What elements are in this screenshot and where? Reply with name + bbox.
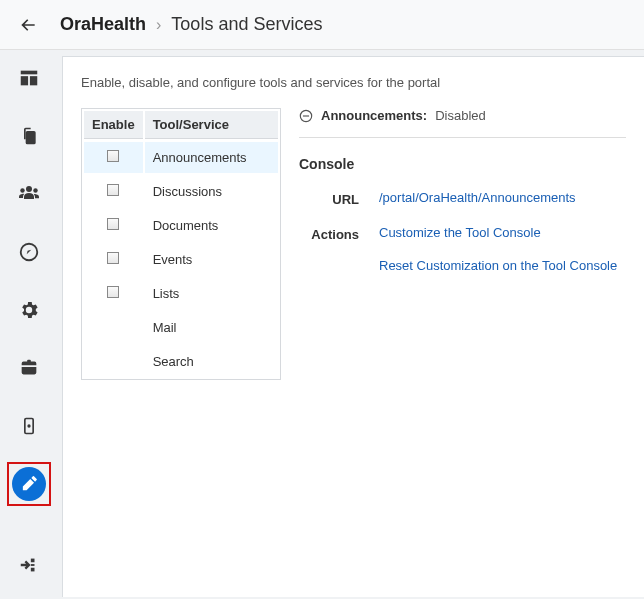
enable-checkbox[interactable] bbox=[107, 150, 119, 162]
table-row[interactable]: Announcements bbox=[84, 141, 278, 173]
breadcrumb-separator-icon: › bbox=[156, 16, 161, 34]
table-row[interactable]: Documents bbox=[84, 209, 278, 241]
back-arrow-icon[interactable] bbox=[18, 15, 38, 35]
detail-title: Announcements bbox=[321, 108, 427, 123]
svg-rect-11 bbox=[31, 568, 35, 572]
rail-tools-icon[interactable] bbox=[15, 470, 43, 498]
svg-point-3 bbox=[26, 186, 32, 192]
rail-people-icon[interactable] bbox=[15, 180, 43, 208]
collapse-icon[interactable] bbox=[299, 109, 313, 123]
enable-checkbox[interactable] bbox=[107, 286, 119, 298]
enable-checkbox[interactable] bbox=[107, 184, 119, 196]
service-label: Events bbox=[145, 243, 278, 275]
svg-rect-1 bbox=[21, 76, 28, 85]
service-label: Mail bbox=[145, 311, 278, 343]
rail-copy-icon[interactable] bbox=[15, 122, 43, 150]
service-label: Documents bbox=[145, 209, 278, 241]
breadcrumb-portal[interactable]: OraHealth bbox=[60, 14, 146, 35]
tools-table: Enable Tool/Service AnnouncementsDiscuss… bbox=[81, 108, 281, 380]
svg-point-5 bbox=[33, 188, 37, 192]
action-customize-link[interactable]: Customize the Tool Console bbox=[379, 225, 617, 240]
col-enable: Enable bbox=[84, 111, 143, 139]
table-row[interactable]: Events bbox=[84, 243, 278, 275]
svg-point-9 bbox=[27, 424, 30, 427]
intro-text: Enable, disable, and configure tools and… bbox=[81, 75, 626, 90]
svg-rect-12 bbox=[31, 564, 35, 566]
svg-rect-10 bbox=[31, 559, 35, 563]
svg-rect-0 bbox=[21, 71, 38, 75]
enable-checkbox[interactable] bbox=[107, 252, 119, 264]
svg-marker-7 bbox=[27, 250, 32, 255]
table-row[interactable]: Search bbox=[84, 345, 278, 377]
table-row[interactable]: Mail bbox=[84, 311, 278, 343]
url-label: URL bbox=[299, 190, 359, 207]
table-row[interactable]: Lists bbox=[84, 277, 278, 309]
service-label: Lists bbox=[145, 277, 278, 309]
breadcrumb-page: Tools and Services bbox=[171, 14, 322, 35]
svg-rect-2 bbox=[30, 76, 37, 85]
actions-label: Actions bbox=[299, 225, 359, 273]
rail-device-icon[interactable] bbox=[15, 412, 43, 440]
table-row[interactable]: Discussions bbox=[84, 175, 278, 207]
service-label: Search bbox=[145, 345, 278, 377]
rail-layout-icon[interactable] bbox=[15, 64, 43, 92]
svg-point-4 bbox=[20, 188, 24, 192]
console-heading: Console bbox=[299, 156, 626, 172]
action-reset-link[interactable]: Reset Customization on the Tool Console bbox=[379, 258, 617, 273]
enable-checkbox[interactable] bbox=[107, 218, 119, 230]
rail-gear-icon[interactable] bbox=[15, 296, 43, 324]
console-url-link[interactable]: /portal/OraHealth/Announcements bbox=[379, 190, 576, 205]
rail-toolbox-icon[interactable] bbox=[15, 354, 43, 382]
detail-status: Disabled bbox=[435, 108, 486, 123]
rail-compass-icon[interactable] bbox=[15, 238, 43, 266]
rail-enter-icon[interactable] bbox=[15, 551, 43, 579]
service-label: Discussions bbox=[145, 175, 278, 207]
service-label: Announcements bbox=[145, 141, 278, 173]
col-service: Tool/Service bbox=[145, 111, 278, 139]
